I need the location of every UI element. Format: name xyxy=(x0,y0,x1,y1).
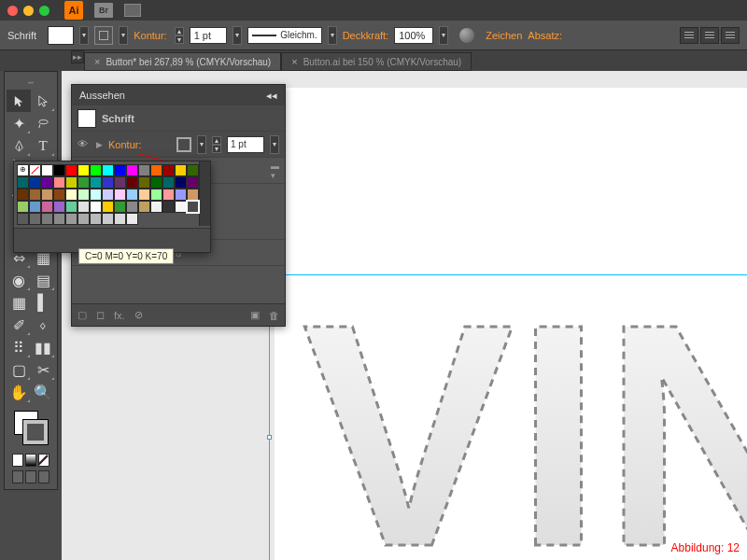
stroke-box[interactable] xyxy=(23,420,48,444)
swatch-cell[interactable] xyxy=(138,176,150,189)
swatch-cell[interactable] xyxy=(41,176,53,189)
eyedropper-tool[interactable]: ✐ xyxy=(7,314,31,336)
stroke-swatch-dropdown[interactable]: ▾ xyxy=(197,135,206,154)
align-right-button[interactable] xyxy=(721,27,740,44)
swatch-cell[interactable] xyxy=(29,189,41,201)
color-mode-gradient[interactable] xyxy=(25,454,36,467)
swatch-cell[interactable] xyxy=(175,176,187,189)
add-effect-button[interactable]: fx. xyxy=(114,310,125,321)
registration-swatch[interactable]: ⊕ xyxy=(17,164,29,176)
lasso-tool[interactable] xyxy=(31,112,55,134)
swatch-cell[interactable] xyxy=(29,176,41,189)
swatch-cell[interactable] xyxy=(53,176,65,189)
swatch-cell[interactable] xyxy=(78,201,90,213)
swatch-cell[interactable] xyxy=(138,164,150,176)
close-icon[interactable] xyxy=(7,6,18,16)
stroke-w-down[interactable]: ▾ xyxy=(212,145,221,153)
swatch-cell[interactable] xyxy=(90,164,102,176)
swatch-cell[interactable] xyxy=(102,176,114,189)
swatch-cell[interactable] xyxy=(41,213,53,225)
swatch-cell[interactable] xyxy=(17,176,29,189)
dock-collapse-button[interactable]: ▸▸ xyxy=(71,50,84,63)
arrange-docs-button[interactable] xyxy=(124,4,141,17)
swatch-cell[interactable] xyxy=(126,201,138,213)
swatch-cell[interactable] xyxy=(65,213,78,225)
color-mode-none[interactable] xyxy=(38,454,49,467)
swatch-cell[interactable] xyxy=(175,164,187,176)
none-swatch[interactable] xyxy=(29,164,41,176)
pen-tool[interactable] xyxy=(7,134,31,157)
type-tool[interactable]: T xyxy=(31,134,55,157)
swatch-cell[interactable] xyxy=(150,189,162,201)
swatch-cell[interactable] xyxy=(90,176,102,189)
swatch-cell[interactable] xyxy=(150,201,162,213)
draw-behind[interactable] xyxy=(25,470,36,483)
swatch-cell[interactable] xyxy=(17,213,29,225)
swatch-cell[interactable] xyxy=(102,213,114,225)
column-graph-tool[interactable]: ▮▮ xyxy=(31,336,55,358)
row-menu-icon[interactable]: ▬▾ xyxy=(271,161,279,180)
color-mode-solid[interactable] xyxy=(12,454,23,467)
delete-button[interactable]: 🗑 xyxy=(269,310,279,321)
swatch-cell[interactable] xyxy=(162,176,175,189)
tab-active[interactable]: × Button* bei 267,89 % (CMYK/Vorschau) xyxy=(84,52,281,71)
swatch-cell[interactable] xyxy=(114,201,126,213)
swatch-cell[interactable] xyxy=(102,164,114,176)
swatch-cell[interactable] xyxy=(102,201,114,213)
symbol-sprayer-tool[interactable]: ⠿ xyxy=(7,336,31,358)
swatch-cell[interactable] xyxy=(17,201,29,213)
swatch-cell[interactable] xyxy=(53,201,65,213)
swatch-cell[interactable] xyxy=(126,176,138,189)
stroke-dropdown[interactable]: ▾ xyxy=(119,26,128,45)
swatch-cell[interactable] xyxy=(29,201,41,213)
swatch-cell[interactable] xyxy=(102,189,114,201)
swatch-cell[interactable] xyxy=(126,189,138,201)
new-fill-button[interactable]: ▢ xyxy=(78,309,87,321)
duplicate-button[interactable]: ▣ xyxy=(250,309,260,321)
panel-collapse-icon[interactable]: ◂◂ xyxy=(266,90,277,102)
stroke-swatch-button[interactable] xyxy=(176,137,191,152)
zoom-icon[interactable] xyxy=(39,6,49,16)
expand-icon[interactable]: ▶ xyxy=(96,140,103,149)
fill-dropdown[interactable]: ▾ xyxy=(79,26,89,45)
swatch-cell[interactable] xyxy=(17,189,29,201)
swatch-cell[interactable] xyxy=(126,213,138,225)
visibility-icon[interactable]: 👁 xyxy=(78,138,91,151)
stroke-swatch[interactable] xyxy=(94,26,113,45)
swatch-cell[interactable] xyxy=(175,201,187,213)
opacity-input[interactable] xyxy=(394,27,433,44)
stroke-w-up[interactable]: ▴ xyxy=(212,136,221,145)
artboard-tool[interactable]: ▢ xyxy=(7,358,31,381)
canvas[interactable]: VIN xyxy=(275,88,747,560)
appearance-target-row[interactable]: Schrift xyxy=(72,105,285,132)
selection-tool[interactable] xyxy=(7,90,31,112)
swatch-cell[interactable] xyxy=(90,189,102,201)
swatch-cell[interactable] xyxy=(65,189,78,201)
swatch-cell[interactable] xyxy=(187,201,199,213)
swatch-cell[interactable] xyxy=(53,213,65,225)
tab-close-icon[interactable]: × xyxy=(94,56,100,67)
swatch-cell[interactable] xyxy=(90,213,102,225)
swatch-cell[interactable] xyxy=(53,189,65,201)
swatch-cell[interactable] xyxy=(65,201,78,213)
minimize-icon[interactable] xyxy=(23,6,34,16)
opacity-dropdown[interactable]: ▾ xyxy=(439,26,448,45)
anchor-point[interactable] xyxy=(267,435,272,440)
swatch-cell[interactable] xyxy=(114,176,126,189)
shape-builder-tool[interactable]: ◉ xyxy=(7,269,31,291)
swatch-cell[interactable] xyxy=(78,164,90,176)
stroke-w-dropdown[interactable]: ▾ xyxy=(270,135,279,154)
swatch-cell[interactable] xyxy=(78,176,90,189)
hand-tool[interactable]: ✋ xyxy=(7,381,31,403)
panel-grip[interactable]: ┅ xyxy=(7,76,55,90)
swatch-cell[interactable] xyxy=(29,213,41,225)
swatch-cell[interactable] xyxy=(126,164,138,176)
swatch-cell[interactable] xyxy=(187,176,199,189)
bridge-button[interactable]: Br xyxy=(94,3,113,18)
draw-inside[interactable] xyxy=(38,470,49,483)
swatch-cell[interactable] xyxy=(78,213,90,225)
swatch-cell[interactable] xyxy=(162,164,175,176)
stroke-weight-dropdown[interactable]: ▾ xyxy=(233,26,242,45)
swatch-cell[interactable] xyxy=(114,164,126,176)
opacity-link[interactable]: Deckkraft: xyxy=(343,30,389,41)
